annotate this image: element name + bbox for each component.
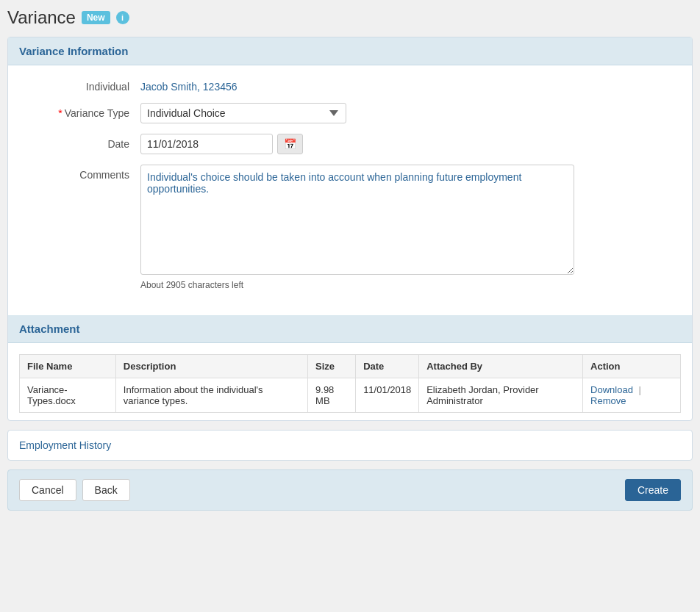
chars-left: About 2905 characters left: [140, 280, 574, 290]
footer-left: Cancel Back: [19, 479, 130, 501]
comments-row: Comments Individual's choice should be t…: [23, 165, 677, 290]
variance-info-header: Variance Information: [8, 37, 692, 65]
attachment-header: Attachment: [8, 315, 692, 343]
col-attached-by: Attached By: [419, 355, 583, 378]
attachment-section: Attachment File Name Description Size Da…: [8, 315, 692, 420]
variance-type-select[interactable]: Individual Choice Medical Other: [140, 103, 346, 123]
date-label: Date: [23, 134, 140, 150]
col-date: Date: [356, 355, 419, 378]
page-title-row: Variance New i: [7, 7, 693, 28]
action-separator: |: [639, 384, 641, 395]
table-header-row: File Name Description Size Date Attached…: [20, 355, 681, 378]
cell-description: Information about the individual's varia…: [115, 378, 307, 413]
comments-label: Comments: [23, 165, 140, 181]
page-title: Variance: [7, 7, 76, 28]
employment-history-link[interactable]: Employment History: [19, 439, 111, 451]
cell-file-name: Variance-Types.docx: [20, 378, 116, 413]
table-head: File Name Description Size Date Attached…: [20, 355, 681, 378]
comments-wrapper: Individual's choice should be taken into…: [140, 165, 574, 290]
col-file-name: File Name: [20, 355, 116, 378]
table-body: Variance-Types.docx Information about th…: [20, 378, 681, 413]
cell-attached-by: Elizabeth Jordan, Provider Administrator: [419, 378, 583, 413]
variance-type-label: *Variance Type: [23, 103, 140, 119]
cancel-button[interactable]: Cancel: [19, 479, 76, 501]
attachment-table: File Name Description Size Date Attached…: [19, 354, 681, 413]
variance-info-body: Individual Jacob Smith, 123456 *Variance…: [8, 65, 692, 312]
individual-row: Individual Jacob Smith, 123456: [23, 76, 677, 93]
remove-link[interactable]: Remove: [590, 395, 626, 406]
col-action: Action: [583, 355, 681, 378]
variance-type-row: *Variance Type Individual Choice Medical…: [23, 103, 677, 123]
date-input[interactable]: [140, 134, 273, 154]
table-row: Variance-Types.docx Information about th…: [20, 378, 681, 413]
employment-history-card: Employment History: [7, 430, 693, 461]
date-row: Date 📅: [23, 134, 677, 154]
variance-info-card: Variance Information Individual Jacob Sm…: [7, 37, 693, 421]
attachment-body: File Name Description Size Date Attached…: [8, 343, 692, 420]
back-button[interactable]: Back: [82, 479, 130, 501]
date-input-wrapper: 📅: [140, 134, 303, 154]
page-container: Variance New i Variance Information Indi…: [0, 0, 700, 612]
new-badge: New: [82, 11, 110, 24]
individual-value: Jacob Smith, 123456: [140, 76, 677, 93]
col-size: Size: [308, 355, 356, 378]
calendar-button[interactable]: 📅: [277, 134, 303, 154]
info-icon[interactable]: i: [116, 11, 129, 24]
cell-size: 9.98 MB: [308, 378, 356, 413]
required-star: *: [58, 107, 62, 119]
col-description: Description: [115, 355, 307, 378]
create-button[interactable]: Create: [625, 479, 681, 501]
comments-textarea[interactable]: Individual's choice should be taken into…: [140, 165, 574, 275]
variance-type-field: Individual Choice Medical Other: [140, 103, 346, 123]
footer: Cancel Back Create: [7, 469, 693, 511]
individual-label: Individual: [23, 76, 140, 93]
cell-action: Download | Remove: [583, 378, 681, 413]
download-link[interactable]: Download: [590, 384, 633, 395]
cell-date: 11/01/2018: [356, 378, 419, 413]
